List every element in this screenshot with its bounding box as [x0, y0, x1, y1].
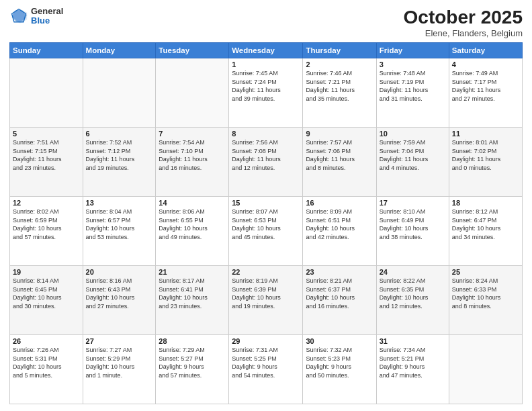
day-number: 18: [452, 199, 519, 207]
day-cell: 26Sunrise: 7:26 AM Sunset: 5:31 PM Dayli…: [10, 335, 83, 404]
day-cell: [449, 335, 522, 404]
day-cell: [83, 58, 156, 128]
day-number: 8: [232, 130, 300, 138]
day-number: 7: [159, 130, 226, 138]
day-number: 12: [13, 199, 80, 207]
weekday-header-row: SundayMondayTuesdayWednesdayThursdayFrid…: [10, 43, 523, 58]
day-cell: 6Sunrise: 7:52 AM Sunset: 7:12 PM Daylig…: [83, 128, 156, 197]
day-info: Sunrise: 7:45 AM Sunset: 7:24 PM Dayligh…: [232, 69, 300, 103]
day-info: Sunrise: 8:01 AM Sunset: 7:02 PM Dayligh…: [452, 138, 519, 172]
weekday-header-tuesday: Tuesday: [156, 43, 229, 58]
main-title: October 2025: [404, 7, 523, 28]
logo: General Blue: [9, 7, 63, 26]
day-info: Sunrise: 8:24 AM Sunset: 6:33 PM Dayligh…: [452, 277, 519, 310]
day-info: Sunrise: 8:06 AM Sunset: 6:55 PM Dayligh…: [159, 208, 226, 241]
day-cell: 16Sunrise: 8:09 AM Sunset: 6:51 PM Dayli…: [303, 197, 376, 266]
day-number: 25: [452, 268, 519, 276]
day-number: 2: [306, 60, 373, 68]
day-number: 17: [380, 199, 446, 207]
logo-general-text: General: [31, 7, 63, 16]
logo-text: General Blue: [31, 7, 63, 26]
day-cell: 12Sunrise: 8:02 AM Sunset: 6:59 PM Dayli…: [10, 197, 83, 266]
day-cell: 4Sunrise: 7:49 AM Sunset: 7:17 PM Daylig…: [449, 58, 522, 128]
day-cell: [10, 58, 83, 128]
day-cell: 21Sunrise: 8:17 AM Sunset: 6:41 PM Dayli…: [156, 266, 229, 335]
day-cell: 7Sunrise: 7:54 AM Sunset: 7:10 PM Daylig…: [156, 128, 229, 197]
day-info: Sunrise: 7:59 AM Sunset: 7:04 PM Dayligh…: [380, 138, 446, 172]
day-info: Sunrise: 7:27 AM Sunset: 5:29 PM Dayligh…: [86, 346, 153, 379]
day-number: 15: [232, 199, 300, 207]
week-row-3: 12Sunrise: 8:02 AM Sunset: 6:59 PM Dayli…: [10, 197, 523, 266]
day-info: Sunrise: 7:26 AM Sunset: 5:31 PM Dayligh…: [13, 346, 80, 379]
day-cell: 23Sunrise: 8:21 AM Sunset: 6:37 PM Dayli…: [303, 266, 376, 335]
day-info: Sunrise: 8:10 AM Sunset: 6:49 PM Dayligh…: [380, 208, 446, 241]
day-info: Sunrise: 7:48 AM Sunset: 7:19 PM Dayligh…: [380, 69, 446, 103]
day-number: 30: [306, 337, 373, 345]
day-info: Sunrise: 8:14 AM Sunset: 6:45 PM Dayligh…: [13, 277, 80, 310]
day-cell: 5Sunrise: 7:51 AM Sunset: 7:15 PM Daylig…: [10, 128, 83, 197]
week-row-2: 5Sunrise: 7:51 AM Sunset: 7:15 PM Daylig…: [10, 128, 523, 197]
day-info: Sunrise: 7:31 AM Sunset: 5:25 PM Dayligh…: [232, 346, 300, 379]
day-number: 1: [232, 60, 300, 68]
weekday-header-saturday: Saturday: [449, 43, 522, 58]
day-cell: 17Sunrise: 8:10 AM Sunset: 6:49 PM Dayli…: [376, 197, 449, 266]
weekday-header-wednesday: Wednesday: [229, 43, 303, 58]
week-row-1: 1Sunrise: 7:45 AM Sunset: 7:24 PM Daylig…: [10, 58, 523, 128]
day-info: Sunrise: 7:52 AM Sunset: 7:12 PM Dayligh…: [86, 138, 153, 172]
subtitle: Elene, Flanders, Belgium: [404, 28, 523, 38]
day-cell: 9Sunrise: 7:57 AM Sunset: 7:06 PM Daylig…: [303, 128, 376, 197]
day-info: Sunrise: 8:22 AM Sunset: 6:35 PM Dayligh…: [380, 277, 446, 310]
title-block: October 2025 Elene, Flanders, Belgium: [404, 7, 523, 38]
day-number: 16: [306, 199, 373, 207]
day-cell: 25Sunrise: 8:24 AM Sunset: 6:33 PM Dayli…: [449, 266, 522, 335]
day-info: Sunrise: 7:46 AM Sunset: 7:21 PM Dayligh…: [306, 69, 373, 103]
day-number: 22: [232, 268, 300, 276]
day-info: Sunrise: 8:07 AM Sunset: 6:53 PM Dayligh…: [232, 208, 300, 241]
day-info: Sunrise: 8:16 AM Sunset: 6:43 PM Dayligh…: [86, 277, 153, 310]
day-cell: 31Sunrise: 7:34 AM Sunset: 5:21 PM Dayli…: [376, 335, 449, 404]
day-info: Sunrise: 8:02 AM Sunset: 6:59 PM Dayligh…: [13, 208, 80, 241]
day-number: 29: [232, 337, 300, 345]
day-info: Sunrise: 7:56 AM Sunset: 7:08 PM Dayligh…: [232, 138, 300, 172]
day-info: Sunrise: 8:12 AM Sunset: 6:47 PM Dayligh…: [452, 208, 519, 241]
day-cell: 19Sunrise: 8:14 AM Sunset: 6:45 PM Dayli…: [10, 266, 83, 335]
day-number: 19: [13, 268, 80, 276]
day-info: Sunrise: 8:17 AM Sunset: 6:41 PM Dayligh…: [159, 277, 226, 310]
day-number: 20: [86, 268, 153, 276]
day-info: Sunrise: 7:57 AM Sunset: 7:06 PM Dayligh…: [306, 138, 373, 172]
logo-blue-text: Blue: [31, 16, 63, 26]
week-row-5: 26Sunrise: 7:26 AM Sunset: 5:31 PM Dayli…: [10, 335, 523, 404]
day-cell: 27Sunrise: 7:27 AM Sunset: 5:29 PM Dayli…: [83, 335, 156, 404]
day-number: 10: [380, 130, 446, 138]
day-cell: 1Sunrise: 7:45 AM Sunset: 7:24 PM Daylig…: [229, 58, 303, 128]
day-cell: 11Sunrise: 8:01 AM Sunset: 7:02 PM Dayli…: [449, 128, 522, 197]
generalblue-logo-icon: [9, 7, 28, 26]
day-number: 3: [380, 60, 446, 68]
day-info: Sunrise: 7:49 AM Sunset: 7:17 PM Dayligh…: [452, 69, 519, 103]
day-info: Sunrise: 7:54 AM Sunset: 7:10 PM Dayligh…: [159, 138, 226, 172]
day-cell: 28Sunrise: 7:29 AM Sunset: 5:27 PM Dayli…: [156, 335, 229, 404]
day-info: Sunrise: 7:29 AM Sunset: 5:27 PM Dayligh…: [159, 346, 226, 379]
day-number: 11: [452, 130, 519, 138]
day-cell: 3Sunrise: 7:48 AM Sunset: 7:19 PM Daylig…: [376, 58, 449, 128]
day-number: 13: [86, 199, 153, 207]
day-cell: 8Sunrise: 7:56 AM Sunset: 7:08 PM Daylig…: [229, 128, 303, 197]
day-cell: 14Sunrise: 8:06 AM Sunset: 6:55 PM Dayli…: [156, 197, 229, 266]
day-number: 4: [452, 60, 519, 68]
day-number: 14: [159, 199, 226, 207]
weekday-header-monday: Monday: [83, 43, 156, 58]
day-info: Sunrise: 8:04 AM Sunset: 6:57 PM Dayligh…: [86, 208, 153, 241]
day-cell: [156, 58, 229, 128]
header: General Blue October 2025 Elene, Flander…: [9, 7, 523, 38]
day-info: Sunrise: 8:09 AM Sunset: 6:51 PM Dayligh…: [306, 208, 373, 241]
day-info: Sunrise: 8:21 AM Sunset: 6:37 PM Dayligh…: [306, 277, 373, 310]
day-number: 26: [13, 337, 80, 345]
day-cell: 15Sunrise: 8:07 AM Sunset: 6:53 PM Dayli…: [229, 197, 303, 266]
day-cell: 30Sunrise: 7:32 AM Sunset: 5:23 PM Dayli…: [303, 335, 376, 404]
day-cell: 2Sunrise: 7:46 AM Sunset: 7:21 PM Daylig…: [303, 58, 376, 128]
day-cell: 18Sunrise: 8:12 AM Sunset: 6:47 PM Dayli…: [449, 197, 522, 266]
calendar-table: SundayMondayTuesdayWednesdayThursdayFrid…: [9, 42, 523, 404]
day-number: 23: [306, 268, 373, 276]
weekday-header-thursday: Thursday: [303, 43, 376, 58]
weekday-header-sunday: Sunday: [10, 43, 83, 58]
